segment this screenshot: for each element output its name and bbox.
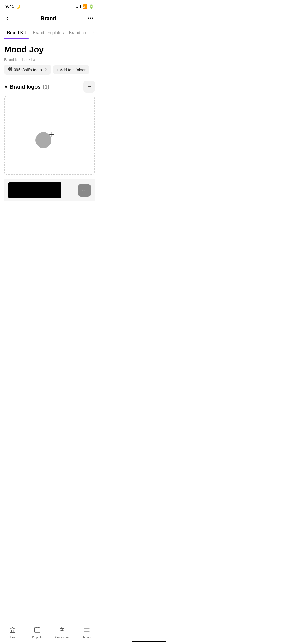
svg-rect-0: [8, 67, 9, 68]
section-collapse-icon[interactable]: ∨: [4, 84, 8, 90]
remove-team-tag-button[interactable]: ✕: [44, 67, 48, 72]
bottom-panel: ···: [4, 179, 95, 201]
tab-brand-kit[interactable]: Brand Kit: [4, 27, 29, 39]
logo-upload-area[interactable]: +: [4, 96, 95, 175]
status-icons: 📶 🔋: [76, 4, 94, 9]
back-button[interactable]: ‹: [5, 14, 9, 22]
section-count: (1): [43, 84, 49, 90]
content-area: Mood Joy Brand Kit shared with: 095b3aff…: [0, 39, 99, 207]
status-bar: 9:41 🌙 📶 🔋: [0, 0, 99, 12]
svg-rect-1: [10, 67, 12, 68]
section-title: Brand logos: [10, 84, 41, 90]
panel-more-icon: ···: [82, 187, 87, 194]
section-header: ∨ Brand logos (1) +: [4, 81, 95, 93]
wifi-icon: 📶: [82, 4, 87, 9]
page-title: Brand: [41, 15, 56, 21]
header: ‹ Brand ···: [0, 12, 99, 26]
add-to-folder-button[interactable]: + Add to a folder: [53, 65, 89, 74]
battery-icon: 🔋: [89, 4, 94, 9]
status-time: 9:41 🌙: [5, 4, 20, 9]
section-title-row: ∨ Brand logos (1): [4, 84, 49, 90]
brand-name: Mood Joy: [4, 45, 95, 54]
brand-logos-section: ∨ Brand logos (1) + +: [4, 81, 95, 175]
signal-icon: [76, 5, 81, 8]
more-options-button[interactable]: ···: [88, 15, 94, 22]
tabs-scroll-arrow[interactable]: ›: [91, 26, 95, 39]
upload-circle-decoration: [35, 132, 51, 148]
team-icon: [7, 67, 12, 72]
shared-label: Brand Kit shared with:: [4, 58, 95, 62]
preview-rectangle: [8, 182, 61, 198]
tab-brand-co[interactable]: Brand co: [66, 27, 89, 39]
team-name: 095b3aff's team: [14, 67, 42, 72]
tabs-container: Brand Kit Brand templates Brand co ›: [0, 26, 99, 39]
moon-icon: 🌙: [16, 4, 20, 9]
team-tag: 095b3aff's team ✕: [4, 65, 51, 75]
panel-more-button[interactable]: ···: [78, 184, 91, 197]
svg-rect-2: [8, 70, 9, 71]
add-logo-button[interactable]: +: [83, 81, 95, 93]
svg-rect-3: [10, 70, 12, 71]
shared-tags: 095b3aff's team ✕ + Add to a folder: [4, 65, 95, 75]
tab-brand-templates[interactable]: Brand templates: [30, 27, 66, 39]
